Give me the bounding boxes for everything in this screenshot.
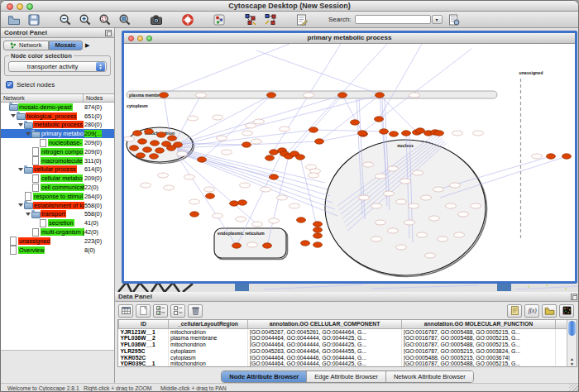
expand-arrow-icon[interactable]: [25, 132, 31, 136]
table-header-ID[interactable]: ID: [119, 320, 169, 328]
node-gene[interactable]: [190, 212, 199, 217]
expand-arrow-icon[interactable]: [17, 123, 24, 127]
table-row[interactable]: YJR121W__1mitochondrion[GO:0045267, GO:0…: [119, 328, 567, 335]
node-gene[interactable]: [198, 157, 207, 162]
node-gene[interactable]: [390, 131, 399, 136]
table-row[interactable]: YKR052Ccytoplasm[GO:0044464, GO:0044446,…: [119, 354, 567, 361]
network-canvas[interactable]: plasma membranecytoplasmmitochondrionnuc…: [124, 44, 575, 280]
tree-row-nucleobase-[interactable]: nucleobase-209(0): [1, 138, 114, 147]
table-scrollbar[interactable]: ▲▼: [567, 320, 577, 366]
matrix-view-button[interactable]: [559, 304, 574, 318]
import-attributes-button[interactable]: [542, 304, 557, 318]
tree-row-secretion[interactable]: secretion41(0): [1, 218, 114, 227]
column-nodes[interactable]: Nodes: [84, 94, 114, 102]
scrollbar-arrows[interactable]: ▲▼: [567, 356, 577, 366]
vizmapper-icon[interactable]: [213, 13, 226, 26]
tree-row-multi-organism-pro[interactable]: multi-organism pro42(0): [1, 227, 114, 237]
node-gene[interactable]: [232, 243, 242, 248]
zoom-in-icon[interactable]: [79, 13, 92, 26]
expand-arrow-icon[interactable]: [17, 203, 24, 207]
node-gene[interactable]: [266, 155, 275, 160]
node-gene[interactable]: [145, 129, 154, 134]
tree-row-primary-metabo[interactable]: primary metabo209(...: [1, 129, 114, 138]
node-gene[interactable]: [375, 117, 384, 122]
node-color-dropdown[interactable]: transporter activity ▲▼: [8, 61, 107, 72]
open-session-icon[interactable]: [7, 13, 21, 26]
tree-row-macromolecule[interactable]: macromolecule311(0): [1, 156, 114, 165]
node-gene[interactable]: [313, 242, 323, 247]
node-gene[interactable]: [160, 93, 169, 98]
search-input[interactable]: [355, 15, 431, 24]
annotation-icon[interactable]: [295, 13, 309, 26]
node-gene[interactable]: [297, 218, 306, 222]
node-gene[interactable]: [416, 128, 425, 133]
expand-arrow-icon[interactable]: [25, 213, 31, 216]
scrollbar-thumb[interactable]: [568, 321, 576, 336]
table-row[interactable]: YLR295Ccytoplasm[GO:0045263, GO:0044464,…: [119, 347, 567, 354]
delete-table-button[interactable]: [188, 304, 203, 318]
node-gene[interactable]: [238, 200, 247, 205]
node-gene[interactable]: [267, 93, 276, 98]
node-gene[interactable]: [313, 222, 323, 227]
tab-network[interactable]: Network: [3, 41, 49, 50]
node-gene[interactable]: [313, 227, 323, 232]
expand-arrow-icon[interactable]: [17, 168, 24, 171]
help-icon[interactable]: [181, 13, 194, 26]
node-gene[interactable]: [133, 131, 142, 136]
tab-node-attribute-browser[interactable]: Node Attribute Browser: [222, 371, 307, 382]
table-header-_cellularLayoutRegion[interactable]: _cellularLayoutRegion: [169, 320, 248, 328]
zoom-fit-icon[interactable]: [118, 13, 132, 26]
node-gene[interactable]: [130, 146, 139, 151]
tree-row-nitrogen-compo[interactable]: nitrogen compo209(0): [1, 147, 114, 156]
table-row[interactable]: YPL036W__2plasma membrane[GO:0044464, GO…: [119, 335, 567, 342]
zoom-out-icon[interactable]: [59, 13, 72, 26]
snapshot-icon[interactable]: [150, 13, 163, 26]
table-header-annotation.GO MOLECULAR_FUNCTION[interactable]: annotation.GO MOLECULAR_FUNCTION: [402, 320, 556, 328]
node-gene[interactable]: [263, 243, 272, 248]
tree-row-establishment-of-lo[interactable]: establishment of lo558(0): [1, 201, 114, 210]
table-header-annotation.GO CELLULAR_COMPONENT[interactable]: annotation.GO CELLULAR_COMPONENT: [248, 320, 402, 328]
tree-row-cellular-process[interactable]: cellular process614(0): [1, 165, 114, 174]
tab-overflow-arrow[interactable]: ▶: [85, 42, 89, 49]
node-gene[interactable]: [270, 174, 279, 179]
network-graph[interactable]: plasma membranecytoplasmmitochondrionnuc…: [124, 44, 575, 280]
column-network[interactable]: Network: [1, 94, 84, 102]
tree-row-biological-process[interactable]: biological_process651(0): [1, 112, 114, 121]
configure-search-icon[interactable]: [447, 13, 461, 26]
node-gene[interactable]: [338, 93, 347, 98]
node-gene[interactable]: [150, 154, 159, 159]
expand-arrow-icon[interactable]: [10, 114, 17, 117]
node-gene[interactable]: [206, 194, 215, 198]
network-view-titlebar[interactable]: primary metabolic process: [124, 33, 575, 44]
node-gene[interactable]: [562, 154, 572, 159]
node-gene[interactable]: [138, 139, 147, 144]
node-gene[interactable]: [157, 132, 166, 137]
tree-row-overview[interactable]: Overview8(0): [1, 246, 114, 255]
tab-edge-attribute-browser[interactable]: Edge Attribute Browser: [307, 371, 386, 382]
node-gene[interactable]: [309, 127, 318, 132]
resize-grip[interactable]: [569, 384, 578, 392]
tree-row-response-to-stimul[interactable]: response to stimul264(0): [1, 192, 114, 201]
tree-row-cellular-metabo[interactable]: cellular metabo209(0): [1, 174, 114, 183]
node-gene[interactable]: [136, 153, 146, 158]
node-gene[interactable]: [376, 93, 385, 98]
node-gene[interactable]: [313, 233, 323, 238]
float-data-panel-icon[interactable]: [571, 294, 577, 300]
new-network-from-selected-icon[interactable]: [264, 13, 277, 26]
node-gene[interactable]: [402, 131, 411, 136]
node-gene[interactable]: [380, 129, 389, 134]
node-gene[interactable]: [168, 136, 177, 141]
node-gene[interactable]: [270, 150, 279, 155]
hide-selected-icon[interactable]: [244, 13, 257, 26]
function-builder-button[interactable]: f(x): [524, 304, 539, 318]
unselect-attributes-button[interactable]: [170, 304, 185, 318]
node-gene[interactable]: [296, 155, 305, 160]
node-gene[interactable]: [242, 142, 251, 147]
tree-row-unassigned[interactable]: unassigned223(0): [1, 237, 114, 246]
tree-row-mosaic-demo-yeast[interactable]: mosaic-demo-yeast874(0): [1, 103, 114, 112]
node-gene[interactable]: [151, 141, 160, 146]
tab-network-attribute-browser[interactable]: Network Attribute Browser: [386, 371, 473, 382]
node-gene[interactable]: [230, 201, 239, 206]
float-panel-icon[interactable]: [105, 30, 112, 36]
zoom-selected-icon[interactable]: [98, 13, 112, 26]
